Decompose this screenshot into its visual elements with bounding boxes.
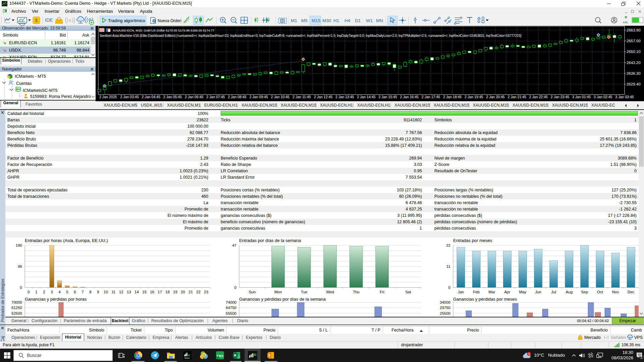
svg-text:21: 21: [189, 290, 193, 294]
svg-text:15: 15: [142, 290, 147, 294]
svg-text:2 Jan 06:45: 2 Jan 06:45: [185, 95, 203, 99]
svg-text:2 Jan 07:45: 2 Jan 07:45: [206, 95, 225, 99]
svg-text:Sat: Sat: [405, 290, 411, 294]
svg-text:2: 2: [43, 290, 45, 294]
svg-text:IC: IC: [254, 353, 257, 356]
svg-text:Entradas por días de la semana: Entradas por días de la semana: [239, 238, 301, 243]
svg-text:2 Jan 16:45: 2 Jan 16:45: [400, 95, 419, 99]
svg-text:2 Jan 20:45: 2 Jan 20:45: [486, 95, 504, 99]
svg-text:20: 20: [181, 290, 185, 294]
svg-text:2657.00: 2657.00: [627, 39, 641, 43]
svg-text:7: 7: [82, 290, 84, 294]
svg-text:11: 11: [112, 290, 116, 294]
svg-text:Jan: Jan: [458, 290, 464, 294]
svg-text:Ganancias y pérdidas por días: Ganancias y pérdidas por días de la sema…: [239, 297, 326, 302]
svg-text:9: 9: [97, 290, 99, 294]
svg-text:Dec: Dec: [628, 290, 635, 294]
svg-text:2 Jan 11:45: 2 Jan 11:45: [292, 95, 311, 99]
svg-text:Oct: Oct: [597, 290, 603, 294]
svg-text:2 Jan 13:45: 2 Jan 13:45: [335, 95, 354, 99]
svg-text:2 Jan 14:45: 2 Jan 14:45: [357, 95, 375, 99]
svg-text:2 Jan 18:45: 2 Jan 18:45: [443, 95, 462, 99]
svg-text:Jul: Jul: [551, 290, 556, 294]
svg-text:12: 12: [119, 290, 123, 294]
svg-text:Thu: Thu: [353, 290, 360, 294]
svg-text:2663.90: 2663.90: [627, 28, 641, 32]
svg-text:Aug: Aug: [566, 290, 573, 294]
svg-text:13: 13: [127, 290, 131, 294]
svg-text:0: 0: [448, 286, 450, 290]
svg-text:25500: 25500: [440, 311, 450, 315]
svg-text:22: 22: [196, 290, 201, 294]
svg-text:29750: 29750: [440, 306, 450, 310]
svg-text:5: 5: [203, 354, 205, 357]
svg-text:22: 22: [446, 243, 450, 247]
svg-text:Ganancias y pérdidas por horas: Ganancias y pérdidas por horas: [25, 297, 87, 302]
svg-text:2 Jan 17:45: 2 Jan 17:45: [422, 95, 440, 99]
svg-text:Jun: Jun: [535, 290, 541, 294]
svg-text:3 Jan 03:45: 3 Jan 03:45: [615, 95, 634, 99]
svg-text:10: 10: [104, 290, 108, 294]
svg-text:Sep: Sep: [581, 290, 588, 294]
svg-text:6: 6: [74, 290, 76, 294]
svg-text:47: 47: [232, 243, 236, 247]
svg-text:5: 5: [268, 354, 270, 357]
svg-text:2629.40: 2629.40: [627, 82, 641, 86]
svg-text:17: 17: [158, 290, 162, 294]
svg-text:Entradas por meses: Entradas por meses: [453, 238, 492, 243]
svg-text:Nov: Nov: [612, 290, 619, 294]
svg-text:3 Jan 01:45: 3 Jan 01:45: [572, 95, 591, 99]
svg-text:11: 11: [446, 264, 450, 268]
svg-text:LVL: LVL: [623, 21, 628, 24]
svg-text:Mon: Mon: [274, 290, 282, 294]
svg-text:1: 1: [528, 352, 530, 356]
svg-text:3 Jan 02:45: 3 Jan 02:45: [594, 95, 612, 99]
svg-text:1: 1: [641, 356, 642, 359]
svg-text:95: 95: [18, 264, 22, 268]
svg-text:2 Jan 23:45: 2 Jan 23:45: [551, 95, 569, 99]
svg-text:2 Jan 04:45: 2 Jan 04:45: [142, 95, 160, 99]
svg-text:2 Jan 09:45: 2 Jan 09:45: [249, 95, 268, 99]
svg-text:14: 14: [135, 290, 139, 294]
svg-text:55500: 55500: [226, 311, 236, 315]
svg-text:2 Jan 22:45: 2 Jan 22:45: [529, 95, 548, 99]
svg-text:4: 4: [58, 290, 61, 294]
svg-text:64750: 64750: [226, 306, 236, 310]
svg-text:Sentinel-Asia-Machine-V16 (Eli: Sentinel-Asia-Machine-V16 (Elite-Dashboa…: [100, 34, 522, 38]
svg-text:May: May: [519, 290, 527, 294]
svg-text:2650.10: 2650.10: [627, 50, 641, 54]
svg-text:Wed: Wed: [326, 290, 334, 294]
svg-text:74000: 74000: [226, 300, 236, 304]
svg-text:Feb: Feb: [473, 290, 480, 294]
svg-text:2 Jan 03:45: 2 Jan 03:45: [120, 95, 139, 99]
svg-text:Mar: Mar: [488, 290, 495, 294]
svg-text:Entradas por horas (Asia, Euro: Entradas por horas (Asia, Europa, EE.UU.…: [25, 238, 108, 243]
svg-text:2 Jan 12:45: 2 Jan 12:45: [314, 95, 332, 99]
svg-text:190: 190: [16, 243, 22, 247]
svg-text:2643.20: 2643.20: [627, 61, 641, 65]
svg-text:52500: 52500: [11, 311, 22, 315]
svg-text:Sun: Sun: [249, 290, 256, 294]
svg-text:34000: 34000: [440, 300, 450, 304]
svg-text:23: 23: [204, 290, 208, 294]
svg-text:2636.30: 2636.30: [627, 71, 641, 75]
svg-text:18: 18: [165, 290, 170, 294]
svg-text:2 Jan 21:45: 2 Jan 21:45: [507, 95, 526, 99]
svg-text:Markets: Markets: [184, 357, 190, 359]
svg-text:2 Jan 19:45: 2 Jan 19:45: [465, 95, 483, 99]
svg-text:16: 16: [150, 290, 154, 294]
svg-text:19: 19: [173, 290, 177, 294]
svg-text:3: 3: [51, 290, 53, 294]
svg-text:61250: 61250: [11, 306, 22, 310]
svg-text:0: 0: [20, 286, 22, 290]
svg-text:2 Jan 15:45: 2 Jan 15:45: [378, 95, 397, 99]
svg-text:Tue: Tue: [301, 290, 307, 294]
svg-text:0: 0: [234, 286, 236, 290]
svg-text:2 Jan 08:45: 2 Jan 08:45: [228, 95, 246, 99]
svg-text:Fri: Fri: [380, 290, 384, 294]
svg-text:1: 1: [35, 290, 37, 294]
svg-text:5: 5: [66, 290, 68, 294]
svg-text:2 Jan 10:45: 2 Jan 10:45: [271, 95, 289, 99]
svg-text:70000: 70000: [11, 300, 22, 304]
svg-text:Ganancias y pérdidas por meses: Ganancias y pérdidas por meses: [453, 297, 517, 302]
